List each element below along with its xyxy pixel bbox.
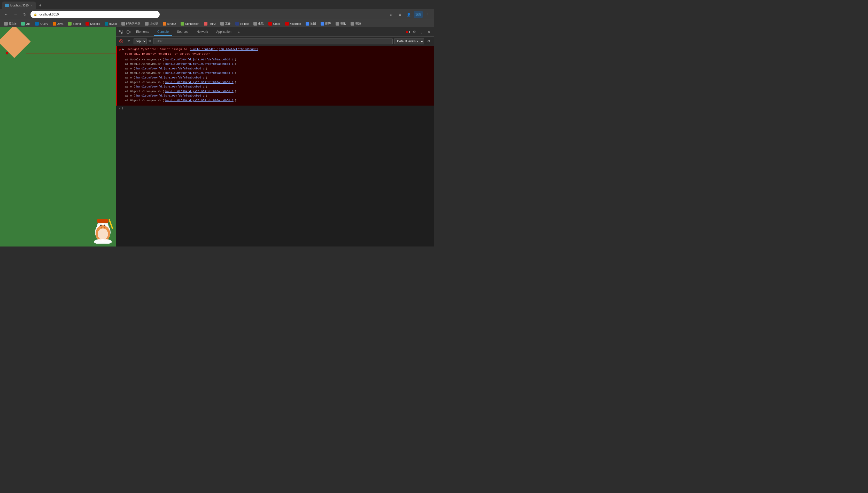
bookmark-vue[interactable]: vue bbox=[19, 21, 33, 27]
stack-location-8[interactable]: bundle.8f6904fd.js?8…904fdef8f0abd0b6d:1 bbox=[165, 89, 233, 94]
filter-input[interactable] bbox=[153, 38, 393, 44]
stack-at-label: at Module.<anonymous> ( bbox=[125, 58, 164, 62]
log-level-select[interactable]: Default levels ▾ bbox=[394, 38, 424, 44]
tab-console[interactable]: Console bbox=[154, 28, 172, 36]
arrow-annotation bbox=[26, 48, 116, 58]
url-bar[interactable]: 🔒 localhost:3010 bbox=[30, 11, 160, 18]
bookmark-favicon bbox=[306, 22, 309, 25]
bookmark-eclipse[interactable]: eclipse bbox=[233, 21, 251, 27]
devtools-device-icon[interactable] bbox=[125, 29, 131, 35]
active-tab[interactable]: localhost:3010 ✕ bbox=[2, 2, 36, 9]
stack-suffix: ) bbox=[206, 76, 207, 80]
stack-line-7: at o ( bundle.8f6904fd.js?8…904fdef8f0ab… bbox=[125, 85, 431, 89]
console-output: ⊗ ▶ Uncaught TypeError: Cannot assign to… bbox=[116, 46, 434, 246]
reload-icon: ↻ bbox=[23, 13, 26, 17]
bookmark-zhishi[interactable]: 淡知识 bbox=[143, 21, 160, 27]
bookmark-mybatis[interactable]: Mybatis bbox=[83, 21, 102, 27]
devtools-overflow-icon[interactable]: ⋮ bbox=[418, 29, 425, 35]
bookmark-jquery[interactable]: jQuery bbox=[33, 21, 50, 27]
bookmark-favicon bbox=[35, 22, 39, 25]
bookmark-maps[interactable]: 地图 bbox=[304, 21, 318, 27]
bookmark-label: SpringBoot bbox=[185, 22, 199, 25]
menu-icon[interactable]: ⋮ bbox=[424, 11, 431, 18]
tab-elements-label: Elements bbox=[136, 30, 149, 34]
tab-close-button[interactable]: ✕ bbox=[31, 4, 33, 7]
bookmark-work[interactable]: 工作 bbox=[218, 21, 233, 27]
bookmark-life[interactable]: 生活 bbox=[251, 21, 266, 27]
bookmarks-bar: 原生js vue jQuery Java Spring Mybatis mysq… bbox=[0, 20, 434, 27]
stack-location-4[interactable]: bundle.8f6904fd.js?8…904fdef8f0abd0b6d:1 bbox=[165, 71, 233, 76]
tab-sources-label: Sources bbox=[177, 30, 188, 34]
stack-location-1[interactable]: bundle.8f6904fd.js?8…904fdef8f0abd0b6d:1 bbox=[165, 58, 233, 62]
stack-location-2[interactable]: bundle.8f6904fd.js?8…904fdef8f0abd0b6d:1 bbox=[165, 62, 233, 67]
error-source-link[interactable]: bundle.8f6904fd.js?8…904fdef8f0abd0b6d:1 bbox=[190, 48, 258, 51]
devtools-settings-icon[interactable]: ⚙ bbox=[411, 29, 417, 35]
bookmark-resources[interactable]: 资源 bbox=[349, 21, 363, 27]
stack-location-5[interactable]: bundle.8f6904fd.js?8…904fdef8f0abd0b6d:1 bbox=[137, 76, 205, 80]
update-button[interactable]: 更新 bbox=[414, 11, 422, 18]
console-prompt[interactable]: › | bbox=[116, 106, 434, 111]
bookmark-solved[interactable]: 解决的问题 bbox=[119, 21, 142, 27]
bookmark-favicon bbox=[220, 22, 224, 25]
devtools-more-tabs[interactable]: » bbox=[236, 30, 241, 34]
bookmark-spring[interactable]: Spring bbox=[66, 21, 83, 27]
stack-location-6[interactable]: bundle.8f6904fd.js?8…904fdef8f0abd0b6d:1 bbox=[165, 80, 233, 85]
stack-location-10[interactable]: bundle.8f6904fd.js?8…904fdef8f0abd0b6d:1 bbox=[165, 98, 233, 103]
stack-location-9[interactable]: bundle.8f6904fd.js?8…904fdef8f0abd0b6d:1 bbox=[137, 94, 205, 98]
stack-at-label: at Object.<anonymous> ( bbox=[125, 89, 164, 94]
stack-line-2: at Module.<anonymous> ( bundle.8f6904fd.… bbox=[125, 62, 431, 67]
bookmark-label: FruitJ bbox=[208, 22, 216, 25]
bookmark-youtube[interactable]: YouTube bbox=[283, 21, 303, 27]
bookmark-label: 原生js bbox=[9, 22, 17, 25]
bookmark-gmail[interactable]: Gmail bbox=[266, 21, 283, 27]
error-expand-toggle[interactable]: ▶ bbox=[122, 47, 124, 51]
bookmark-mysql[interactable]: mysql bbox=[103, 21, 119, 27]
context-select[interactable]: top bbox=[133, 38, 147, 44]
new-tab-button[interactable]: + bbox=[37, 2, 44, 9]
bookmark-label: YouTube bbox=[290, 22, 301, 25]
devtools-tab-bar: Elements Console Sources Network Applica… bbox=[116, 27, 434, 37]
tab-application[interactable]: Application bbox=[213, 28, 235, 36]
stack-suffix: ) bbox=[234, 80, 236, 85]
console-settings-icon[interactable]: ⚙ bbox=[426, 38, 432, 44]
error-message-text: Uncaught TypeError: Cannot assign to bun… bbox=[126, 47, 431, 51]
reload-button[interactable]: ↻ bbox=[21, 11, 28, 18]
tab-network[interactable]: Network bbox=[193, 28, 211, 36]
clear-console-icon[interactable]: 🚫 bbox=[118, 38, 124, 44]
tab-elements[interactable]: Elements bbox=[132, 28, 153, 36]
bookmark-star-icon[interactable]: ☆ bbox=[388, 11, 395, 18]
bookmark-translate[interactable]: 翻译 bbox=[318, 21, 333, 27]
bookmark-springboot[interactable]: SpringBoot bbox=[179, 21, 201, 27]
bookmark-favicon bbox=[335, 22, 339, 25]
stack-at-label: at o ( bbox=[125, 85, 136, 89]
bookmark-news[interactable]: 资讯 bbox=[333, 21, 348, 27]
bookmark-label: 解决的问题 bbox=[126, 22, 140, 25]
stack-location-7[interactable]: bundle.8f6904fd.js?8…904fdef8f0abd0b6d:1 bbox=[137, 85, 205, 89]
tab-sources[interactable]: Sources bbox=[173, 28, 192, 36]
extension-puzzle-icon[interactable]: ⊕ bbox=[396, 11, 404, 18]
bookmark-java[interactable]: Java bbox=[50, 21, 65, 27]
devtools-inspect-icon[interactable] bbox=[118, 29, 124, 35]
bookmark-label: 翻译 bbox=[325, 22, 331, 25]
stack-at-label: at o ( bbox=[125, 67, 136, 71]
bookmark-fruitj[interactable]: FruitJ bbox=[202, 21, 218, 27]
bookmark-yuanshengjs[interactable]: 原生js bbox=[2, 21, 19, 27]
filter-toggle-icon[interactable]: ⊘ bbox=[126, 38, 132, 44]
stack-location-3[interactable]: bundle.8f6904fd.js?8…904fdef8f0abd0b6d:1 bbox=[137, 67, 205, 71]
console-error-block: ⊗ ▶ Uncaught TypeError: Cannot assign to… bbox=[116, 46, 434, 106]
bookmark-favicon bbox=[121, 22, 125, 25]
console-controls: 🚫 ⊘ top 👁 Default levels ▾ ⚙ bbox=[116, 37, 434, 46]
stack-line-9: at o ( bundle.8f6904fd.js?8…904fdef8f0ab… bbox=[125, 94, 431, 98]
devtools-close-icon[interactable]: ✕ bbox=[426, 29, 432, 35]
forward-button[interactable]: → bbox=[12, 11, 19, 18]
url-text: localhost:3010 bbox=[39, 13, 59, 16]
eye-icon[interactable]: 👁 bbox=[148, 39, 152, 43]
error-description: read only property 'exports' of object '… bbox=[119, 52, 431, 57]
bookmark-struts2[interactable]: struts2 bbox=[161, 21, 178, 27]
tab-application-label: Application bbox=[216, 30, 231, 34]
stack-at-label: at Module.<anonymous> ( bbox=[125, 71, 164, 76]
back-button[interactable]: ← bbox=[3, 11, 10, 18]
profile-icon[interactable]: 👤 bbox=[405, 11, 412, 18]
bookmark-label: 淡知识 bbox=[149, 22, 158, 25]
stack-line-10: at Object.<anonymous> ( bundle.8f6904fd.… bbox=[125, 98, 431, 103]
